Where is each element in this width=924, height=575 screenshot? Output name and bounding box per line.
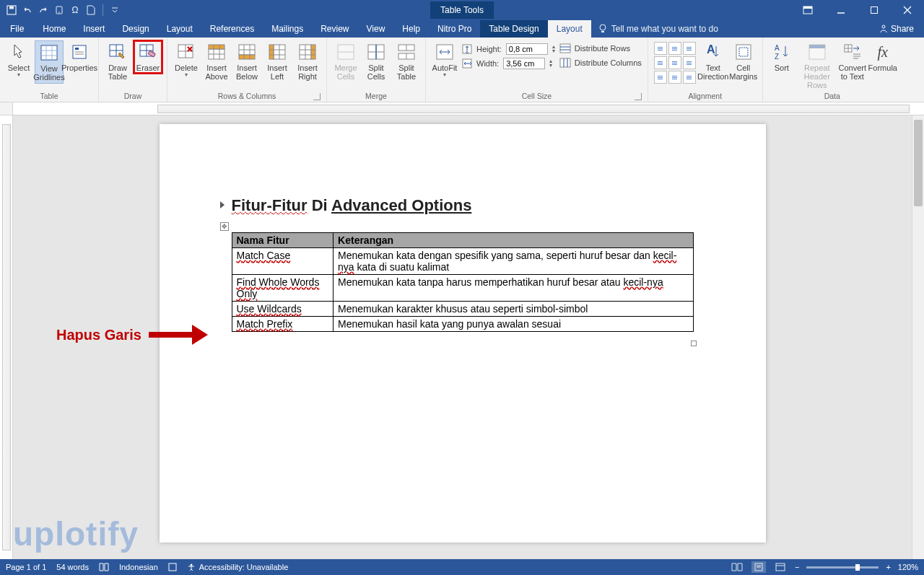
align-bot-left[interactable]	[654, 71, 667, 84]
tab-table-layout[interactable]: Layout	[548, 20, 591, 38]
touch-mode-icon[interactable]	[53, 4, 65, 16]
align-top-center[interactable]	[668, 42, 681, 55]
status-macro[interactable]	[168, 563, 177, 571]
insert-left-button[interactable]: Insert Left	[263, 40, 292, 82]
new-doc-icon[interactable]	[85, 4, 97, 16]
width-input[interactable]	[503, 58, 545, 69]
align-bot-right[interactable]	[683, 71, 696, 84]
insert-above-button[interactable]: Insert Above	[202, 40, 231, 82]
sort-button[interactable]: AZ Sort	[767, 40, 796, 74]
insert-below-button[interactable]: Insert Below	[232, 40, 261, 82]
view-web-layout[interactable]	[773, 561, 788, 573]
tab-layout[interactable]: Layout	[158, 20, 201, 38]
text-direction-button[interactable]: A Text Direction	[699, 40, 728, 82]
insert-below-icon	[236, 42, 258, 62]
select-button[interactable]: Select ▾	[4, 40, 33, 80]
convert-label: Convert to Text	[839, 63, 867, 81]
cell-margins-button[interactable]: Cell Margins	[729, 40, 758, 82]
tab-home[interactable]: Home	[34, 20, 74, 38]
scroll-thumb[interactable]	[914, 120, 923, 206]
ribbon: Select ▾ View Gridlines Properties Table…	[0, 38, 924, 102]
table-resize-handle[interactable]	[691, 341, 697, 346]
properties-button[interactable]: Properties	[65, 40, 94, 74]
height-input[interactable]	[506, 43, 548, 55]
document-table[interactable]: Nama Fitur Keterangan Match Case Menemuk…	[232, 232, 694, 332]
cell-name[interactable]: Use Wildcards	[232, 302, 334, 317]
status-spellcheck[interactable]	[99, 563, 109, 571]
spinner-icon[interactable]: ▴▾	[552, 45, 555, 53]
save-icon[interactable]	[6, 4, 17, 16]
redo-icon[interactable]	[38, 4, 49, 16]
insert-right-button[interactable]: Insert Right	[293, 40, 322, 82]
cell-desc[interactable]: Menemukan kata tanpa harus memperhatikan…	[334, 275, 693, 302]
minimize-button[interactable]	[824, 0, 858, 20]
tab-nitro-pro[interactable]: Nitro Pro	[429, 20, 480, 38]
view-print-layout[interactable]	[751, 561, 766, 573]
split-table-button[interactable]: Split Table	[392, 40, 421, 82]
cell-desc[interactable]: Menemukan karakter khusus atau seperti s…	[334, 302, 693, 317]
tab-table-design[interactable]: Table Design	[480, 20, 547, 38]
zoom-out-button[interactable]: −	[795, 563, 799, 571]
delete-button[interactable]: Delete ▾	[172, 40, 201, 80]
tab-mailings[interactable]: Mailings	[263, 20, 312, 38]
cell-desc[interactable]: Menemukan kata dengan spesifik yang sama…	[334, 248, 693, 275]
undo-icon[interactable]	[22, 4, 33, 16]
status-accessibility[interactable]: Accessibility: Unavailable	[187, 563, 289, 571]
status-page[interactable]: Page 1 of 1	[6, 563, 46, 571]
tab-design[interactable]: Design	[113, 20, 157, 38]
repeat-header-button[interactable]: Repeat Header Rows	[798, 40, 837, 91]
cell-name[interactable]: Match Case	[232, 248, 334, 275]
ribbon-options-button[interactable]	[791, 0, 824, 20]
close-button[interactable]	[891, 0, 924, 20]
status-language[interactable]: Indonesian	[119, 563, 158, 571]
merge-cells-button[interactable]: Merge Cells	[331, 40, 360, 82]
zoom-slider[interactable]	[806, 566, 879, 569]
align-bot-center[interactable]	[668, 71, 681, 84]
tab-review[interactable]: Review	[312, 20, 357, 38]
formula-button[interactable]: fx Formula	[868, 40, 897, 74]
tab-file[interactable]: File	[0, 20, 34, 38]
convert-to-text-button[interactable]: Convert to Text	[838, 40, 867, 82]
view-read-mode[interactable]	[730, 561, 744, 573]
view-gridlines-button[interactable]: View Gridlines	[35, 40, 64, 84]
align-mid-right[interactable]	[683, 56, 696, 69]
align-mid-center[interactable]	[668, 56, 681, 69]
omega-icon[interactable]: Ω	[69, 4, 81, 16]
distribute-rows-button[interactable]: Distribute Rows	[559, 43, 642, 53]
distribute-cols-button[interactable]: Distribute Columns	[559, 58, 642, 68]
svg-rect-35	[239, 55, 255, 59]
tab-help[interactable]: Help	[393, 20, 429, 38]
align-top-left[interactable]	[654, 42, 667, 55]
vertical-ruler[interactable]	[0, 115, 13, 559]
status-words[interactable]: 54 words	[56, 563, 89, 571]
rows-cols-dialog-launcher[interactable]	[313, 93, 321, 100]
align-top-right[interactable]	[683, 42, 696, 55]
tell-me-search[interactable]: Tell me what you want to do	[591, 20, 725, 38]
tab-insert[interactable]: Insert	[74, 20, 113, 38]
alignment-grid	[653, 40, 697, 85]
zoom-level[interactable]: 120%	[898, 563, 918, 571]
zoom-in-button[interactable]: +	[886, 563, 890, 571]
align-mid-left[interactable]	[654, 56, 667, 69]
tab-references[interactable]: References	[201, 20, 263, 38]
collapse-caret-icon[interactable]	[220, 201, 225, 209]
eraser-button[interactable]: Eraser	[134, 40, 162, 74]
cell-name[interactable]: Find Whole Words Only	[232, 275, 334, 302]
vertical-scrollbar[interactable]	[912, 115, 924, 559]
cell-name[interactable]: Match Prefix	[232, 317, 334, 332]
tab-view[interactable]: View	[358, 20, 394, 38]
share-button[interactable]: Share	[879, 20, 924, 38]
horizontal-ruler[interactable]	[13, 102, 924, 115]
autofit-button[interactable]: AutoFit ▾	[430, 40, 459, 80]
cell-desc[interactable]: Menemukan hasil kata yang punya awalan s…	[334, 317, 693, 332]
spinner-icon[interactable]: ▴▾	[549, 59, 552, 68]
maximize-button[interactable]	[858, 0, 891, 20]
draw-table-button[interactable]: Draw Table	[103, 40, 132, 82]
cellsize-dialog-launcher[interactable]	[635, 93, 642, 100]
qat-customize-icon[interactable]	[109, 4, 121, 16]
zoom-thumb[interactable]	[855, 564, 860, 571]
split-cells-button[interactable]: Split Cells	[362, 40, 391, 82]
quick-access-toolbar: Ω	[0, 4, 121, 16]
table-move-handle[interactable]: ✥	[220, 222, 229, 231]
document-area[interactable]: Fitur-Fitur Di Advanced Options ✥ Nama F…	[13, 115, 912, 559]
